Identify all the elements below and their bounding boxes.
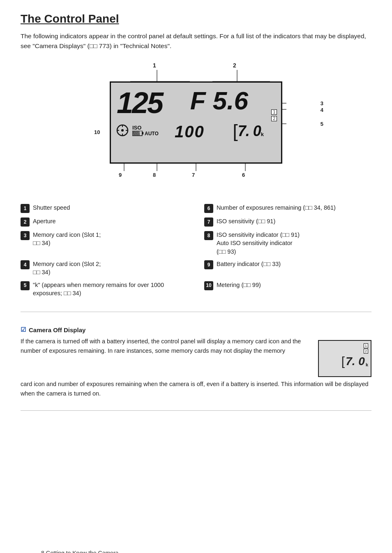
legend-item-9: 9 Battery indicator (□□ 33) xyxy=(204,258,371,279)
iso-label-area: ISO AUTO xyxy=(132,125,159,137)
k-label: k xyxy=(261,131,264,137)
legend-num-3: 3 xyxy=(21,231,30,240)
legend-text-2: Aperture xyxy=(33,217,188,225)
metering-icon xyxy=(116,124,129,137)
legend-num-2: 2 xyxy=(21,217,30,227)
bottom-callout-9: 9 xyxy=(119,172,122,178)
note-display-inner: 1 2 [ 7. 0 k xyxy=(341,343,368,368)
top-divider xyxy=(21,312,371,312)
exposures-display-area: [ 7. 0 k xyxy=(233,122,264,140)
note-mem-icons: 1 2 xyxy=(364,343,368,354)
legend-text-4: Memory card icon (Slot 2;□□ 34) xyxy=(33,260,188,277)
lcd-panel: 125 F 5.6 1 2 xyxy=(110,81,282,164)
right-callout-4: 4 xyxy=(321,107,323,113)
iso-label: ISO xyxy=(132,125,159,131)
legend-num-8: 8 xyxy=(204,231,213,240)
iso-auto-text: AUTO xyxy=(145,131,159,137)
legend-text-10: Metering (□□ 99) xyxy=(217,281,371,289)
callout-1-label: 1 xyxy=(153,62,156,69)
legend-num-10: 10 xyxy=(204,281,213,290)
iso-auto-label: AUTO xyxy=(132,131,159,137)
legend-num-4: 4 xyxy=(21,260,30,269)
legend-item-2: 2 Aperture xyxy=(21,215,188,229)
page-wrapper: The Control Panel The following indicato… xyxy=(21,12,371,553)
legend-text-1: Shutter speed xyxy=(33,204,188,212)
svg-rect-19 xyxy=(142,132,143,134)
note-display: 1 2 [ 7. 0 k xyxy=(318,340,371,377)
note-text-1: If the camera is turned off with a batte… xyxy=(21,338,301,354)
legend-num-9: 9 xyxy=(204,260,213,269)
legend-num-5: 5 xyxy=(21,281,30,290)
note-title-text: Camera Off Display xyxy=(29,326,85,333)
legend-item-10: 10 Metering (□□ 99) xyxy=(204,279,371,300)
bottom-callout-7: 7 xyxy=(192,172,195,178)
callout-2-label: 2 xyxy=(233,62,236,69)
note-section: ☑ Camera Off Display If the camera is tu… xyxy=(21,320,371,402)
note-k: k xyxy=(366,362,368,367)
right-callout-5: 5 xyxy=(321,121,323,127)
legend-num-1: 1 xyxy=(21,204,30,213)
legend-grid: 1 Shutter speed 6 Number of exposures re… xyxy=(21,201,371,299)
legend-item-8: 8 ISO sensitivity indicator (□□ 91)Auto … xyxy=(204,229,371,258)
page-title: The Control Panel xyxy=(21,12,371,25)
legend-item-5: 5 "k" (appears when memory remains for o… xyxy=(21,279,188,300)
legend-item-1: 1 Shutter speed xyxy=(21,201,188,215)
bottom-callout-6: 6 xyxy=(242,172,245,178)
legend-num-7: 7 xyxy=(204,217,213,227)
bottom-divider xyxy=(21,410,371,411)
legend-text-5: "k" (appears when memory remains for ove… xyxy=(33,281,188,298)
diagram-container: 1 2 125 F 5.6 1 2 xyxy=(21,60,371,192)
intro-text: The following indicators appear in the c… xyxy=(21,31,371,51)
note-expo-row: [ 7. 0 k xyxy=(341,354,368,368)
note-expo-num: 7. 0 xyxy=(346,355,365,368)
legend-text-3: Memory card icon (Slot 1;□□ 34) xyxy=(33,231,188,248)
legend-item-4: 4 Memory card icon (Slot 2;□□ 34) xyxy=(21,258,188,279)
legend-item-7: 7 ISO sensitivity (□□ 91) xyxy=(204,215,371,229)
exposures-num: 7. 0 xyxy=(238,123,261,140)
diagram: 1 2 125 F 5.6 1 2 xyxy=(69,60,323,192)
legend-text-7: ISO sensitivity (□□ 91) xyxy=(217,217,371,225)
aperture-display: F 5.6 xyxy=(190,86,248,115)
legend-text-9: Battery indicator (□□ 33) xyxy=(217,260,371,268)
legend-item-3: 3 Memory card icon (Slot 1;□□ 34) xyxy=(21,229,188,258)
shutter-display: 125 xyxy=(117,86,162,120)
memory-card-icons: 1 2 xyxy=(271,109,277,122)
note-bracket: [ xyxy=(341,354,345,368)
note-body-text: If the camera is turned off with a batte… xyxy=(21,337,310,355)
bracket-icon: [ xyxy=(233,122,238,140)
note-body: If the camera is turned off with a batte… xyxy=(21,337,371,377)
note-icon: ☑ xyxy=(21,326,26,333)
note-text-2: card icon and number of exposures remain… xyxy=(21,379,371,398)
legend-num-6: 6 xyxy=(204,204,213,213)
mem-card-2: 2 xyxy=(271,116,277,121)
legend-text-8: ISO sensitivity indicator (□□ 91)Auto IS… xyxy=(217,231,371,256)
svg-point-13 xyxy=(121,129,124,132)
left-callout-10: 10 xyxy=(94,129,100,135)
right-callout-3: 3 xyxy=(321,100,323,106)
iso-seg-display: 100 xyxy=(175,123,205,141)
legend-text-6: Number of exposures remaining (□□ 34, 86… xyxy=(217,204,371,212)
legend-item-6: 6 Number of exposures remaining (□□ 34, … xyxy=(204,201,371,215)
page-footer: 8 Getting to Know the Camera xyxy=(41,550,118,553)
metering-icon-area xyxy=(116,124,129,138)
note-mem-card-2: 2 xyxy=(364,349,368,354)
mem-card-1: 1 xyxy=(271,109,277,115)
bottom-callout-8: 8 xyxy=(153,172,156,178)
note-title: ☑ Camera Off Display xyxy=(21,326,371,333)
note-mem-card-1: 1 xyxy=(364,343,368,348)
battery-svg xyxy=(132,131,144,137)
